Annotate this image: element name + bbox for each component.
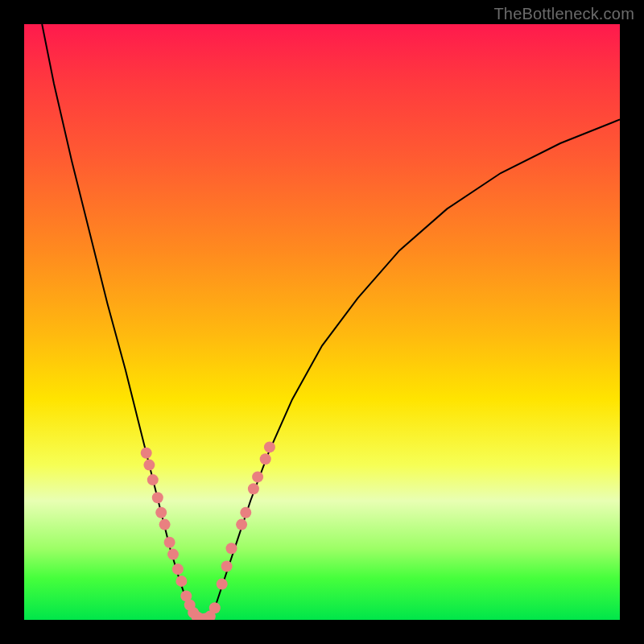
left-curve xyxy=(42,24,196,620)
right-curve xyxy=(208,119,620,620)
watermark-text: TheBottleneck.com xyxy=(493,5,634,23)
marker-dot xyxy=(152,492,163,503)
curves-svg xyxy=(24,24,620,620)
marker-dot xyxy=(226,543,237,554)
marker-dot xyxy=(264,441,275,452)
marker-dot xyxy=(167,549,179,560)
marker-dot xyxy=(260,453,271,464)
marker-dot xyxy=(147,474,159,485)
marker-dot xyxy=(248,483,259,494)
marker-group xyxy=(141,441,275,620)
marker-dot xyxy=(159,519,171,530)
marker-dot xyxy=(209,602,221,613)
marker-dot xyxy=(236,519,247,530)
marker-dot xyxy=(155,507,167,518)
marker-dot xyxy=(221,560,233,572)
marker-dot xyxy=(217,579,228,590)
marker-dot xyxy=(175,576,187,587)
marker-dot xyxy=(252,471,263,482)
marker-dot xyxy=(141,448,152,459)
marker-dot xyxy=(164,537,175,548)
marker-dot xyxy=(172,564,184,575)
marker-dot xyxy=(240,507,251,518)
plot-area xyxy=(24,24,620,620)
marker-dot xyxy=(143,460,155,471)
chart-frame: TheBottleneck.com xyxy=(0,0,644,644)
